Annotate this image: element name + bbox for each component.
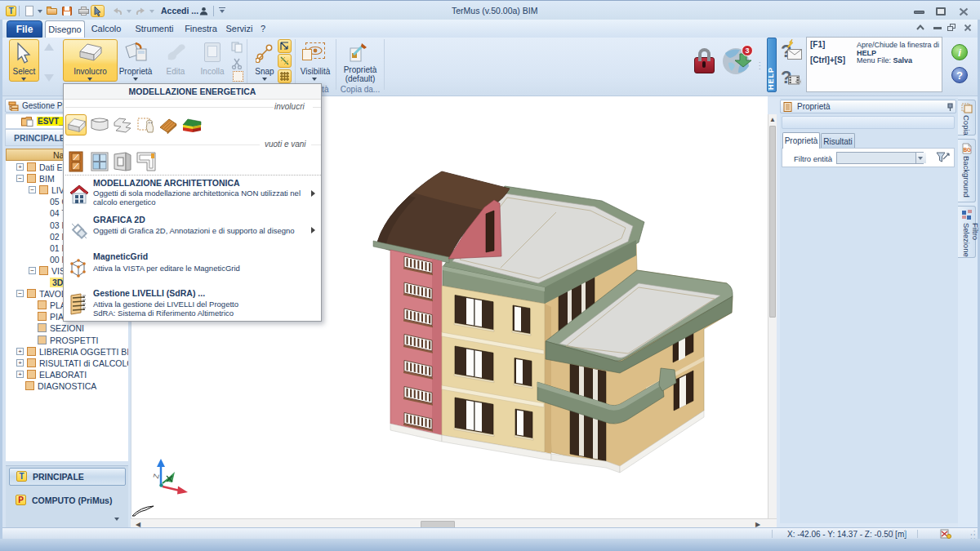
svg-text:BG: BG xyxy=(963,147,971,153)
svg-text:Z: Z xyxy=(152,473,161,479)
svg-text:3: 3 xyxy=(745,47,749,55)
